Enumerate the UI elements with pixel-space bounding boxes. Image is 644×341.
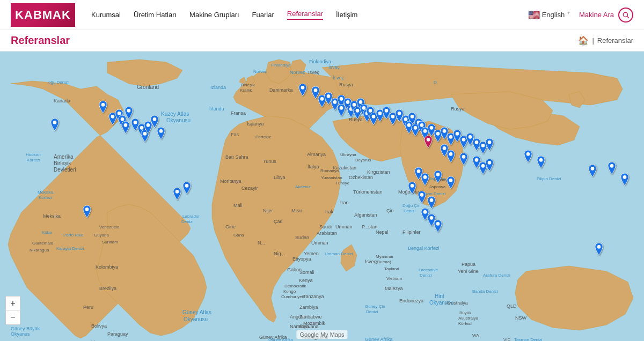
svg-point-188 xyxy=(411,115,414,118)
svg-text:Hint: Hint xyxy=(435,293,444,299)
svg-point-204 xyxy=(488,141,492,145)
svg-point-194 xyxy=(430,127,434,130)
svg-text:Karayip Denizi: Karayip Denizi xyxy=(56,246,84,251)
svg-text:Mali: Mali xyxy=(233,203,243,208)
map-pin-p66[interactable] xyxy=(416,191,427,208)
nav-item-referanslar[interactable]: Referanslar xyxy=(287,10,323,20)
svg-text:Amerika: Amerika xyxy=(54,154,74,160)
map-pin-p15[interactable] xyxy=(172,188,182,205)
map-pin-p73[interactable] xyxy=(587,165,598,182)
svg-text:Grönland: Grönland xyxy=(137,84,159,90)
map-pin-p72[interactable] xyxy=(536,156,546,173)
map-pin-p64[interactable] xyxy=(445,176,456,194)
map-pin-p56[interactable] xyxy=(445,150,456,167)
svg-text:Özbekistan: Özbekistan xyxy=(349,175,373,180)
map-pin-p17[interactable] xyxy=(297,84,308,101)
map-pin-p74[interactable] xyxy=(606,162,617,179)
svg-text:Angola: Angola xyxy=(290,314,305,320)
search-area: Makine Ara xyxy=(579,8,633,23)
svg-text:QLD: QLD xyxy=(507,303,517,309)
map-pin-p65[interactable] xyxy=(407,182,418,199)
svg-text:Çad: Çad xyxy=(274,219,283,224)
map-pin-p60[interactable] xyxy=(484,159,495,176)
nav-item-üretim-hatları[interactable]: Üretim Hatları xyxy=(134,11,177,19)
nav-item-fuarlar[interactable]: Fuarlar xyxy=(252,11,274,19)
svg-text:Güney Büyük: Güney Büyük xyxy=(11,326,40,331)
main-nav: KurumsalÜretim HatlarıMakine GruplarıFua… xyxy=(91,10,528,20)
map-pin-p2[interactable] xyxy=(98,101,108,118)
svg-text:İrlanda: İrlanda xyxy=(209,106,224,112)
map-pin-p1[interactable] xyxy=(49,118,60,136)
flag-icon: 🇺🇸 xyxy=(528,9,540,21)
svg-text:Kongo: Kongo xyxy=(283,289,296,294)
svg-text:Almanya: Almanya xyxy=(307,152,326,157)
search-button[interactable] xyxy=(618,8,633,23)
svg-text:Denizi: Denizi xyxy=(420,273,431,278)
svg-text:Yunanistan: Yunanistan xyxy=(321,175,342,180)
map-pin-p52[interactable] xyxy=(423,136,434,153)
svg-text:Irak: Irak xyxy=(325,209,334,214)
map-pin-p54[interactable] xyxy=(484,138,495,155)
svg-point-215 xyxy=(411,184,414,188)
svg-point-168 xyxy=(314,88,318,92)
map-pin-p70[interactable] xyxy=(433,220,443,237)
svg-text:İtalya: İtalya xyxy=(308,164,319,169)
svg-text:Porto Riko: Porto Riko xyxy=(63,233,84,238)
svg-text:Tasman Denizi: Tasman Denizi xyxy=(514,337,543,341)
svg-text:Kanada: Kanada xyxy=(54,98,70,103)
svg-line-1 xyxy=(627,16,629,18)
breadcrumb-separator: | xyxy=(592,36,594,45)
svg-text:Nijer: Nijer xyxy=(263,208,273,213)
svg-text:Küba: Küba xyxy=(42,230,52,235)
map-container[interactable]: Amerika Birleşik Devletleri Meksika Guat… xyxy=(0,51,644,341)
svg-text:Tunus: Tunus xyxy=(263,159,276,164)
language-selector[interactable]: 🇺🇸 English ˅ xyxy=(528,9,570,21)
svg-text:Güney Çin: Güney Çin xyxy=(365,304,385,309)
svg-text:Tanzanya: Tanzanya xyxy=(303,294,324,299)
zoom-out-button[interactable]: − xyxy=(6,310,20,324)
svg-text:Güney Atlas: Güney Atlas xyxy=(182,309,211,315)
svg-text:Arafura Denizi: Arafura Denizi xyxy=(483,273,510,278)
header-right: 🇺🇸 English ˅ Makine Ara xyxy=(528,8,633,23)
breadcrumb-home-icon[interactable]: 🏠 xyxy=(578,35,589,46)
map-pin-p76[interactable] xyxy=(594,243,604,260)
svg-text:Filipinler: Filipinler xyxy=(402,229,421,235)
svg-point-192 xyxy=(420,123,424,127)
map-pin-p13[interactable] xyxy=(156,127,166,144)
svg-text:Mısır: Mısır xyxy=(291,208,302,213)
map-pin-p71[interactable] xyxy=(523,150,533,167)
svg-text:Finlandiya: Finlandiya xyxy=(309,59,331,64)
svg-point-212 xyxy=(423,175,427,179)
header: KABMAK KurumsalÜretim HatlarıMakine Grup… xyxy=(0,0,644,30)
map-pin-p24[interactable] xyxy=(336,104,347,121)
svg-point-217 xyxy=(430,199,434,203)
map-pin-p57[interactable] xyxy=(458,153,469,170)
logo[interactable]: KABMAK xyxy=(11,3,75,27)
svg-text:Körfezi: Körfezi xyxy=(39,195,52,200)
zoom-in-button[interactable]: + xyxy=(6,296,20,310)
map-pin-p16[interactable] xyxy=(181,182,192,199)
svg-text:P...stan: P...stan xyxy=(362,224,377,229)
search-label[interactable]: Makine Ara xyxy=(579,11,614,19)
svg-text:Venezuela: Venezuela xyxy=(99,225,120,229)
svg-text:Birleşik: Birleşik xyxy=(54,160,71,166)
svg-point-200 xyxy=(469,135,472,139)
svg-text:N...: N... xyxy=(258,240,265,246)
map-attribution: Google My Maps xyxy=(296,330,347,339)
map-pin-p63[interactable] xyxy=(433,171,443,188)
sub-header: Referanslar 🏠 | Referanslar xyxy=(0,30,644,51)
nav-item-i̇letişim[interactable]: İletişim xyxy=(336,11,357,19)
map-pin-p14[interactable] xyxy=(82,205,92,223)
map-pin-p75[interactable] xyxy=(619,173,630,190)
svg-point-219 xyxy=(430,216,434,220)
map-pin-p62[interactable] xyxy=(420,173,430,190)
svg-point-218 xyxy=(423,210,427,214)
nav-item-kurumsal[interactable]: Kurumsal xyxy=(91,11,121,19)
svg-text:Hudson: Hudson xyxy=(26,152,41,157)
svg-text:Avustralya: Avustralya xyxy=(458,316,479,321)
svg-text:Umman: Umman xyxy=(335,224,353,229)
svg-text:Kuzey Atlas: Kuzey Atlas xyxy=(161,111,189,117)
svg-text:Endonezya: Endonezya xyxy=(399,298,423,303)
svg-text:Cezayir: Cezayir xyxy=(241,186,258,191)
nav-item-makine-grupları[interactable]: Makine Grupları xyxy=(189,11,239,19)
